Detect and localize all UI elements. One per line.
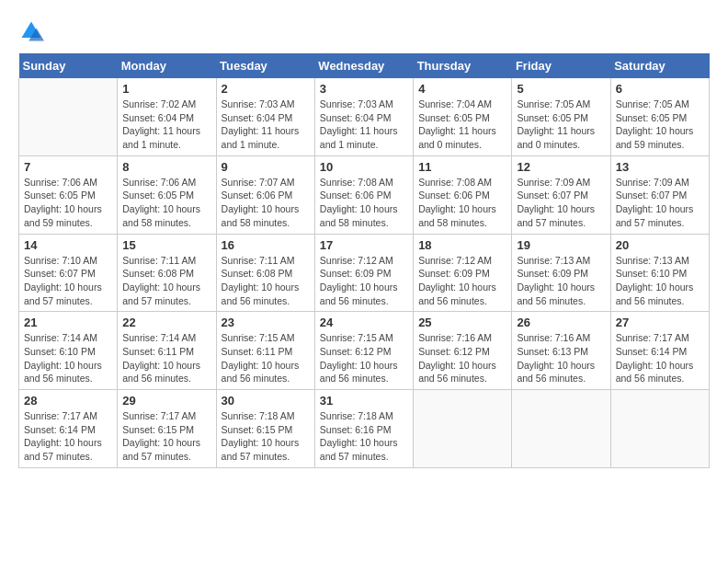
day-info: Sunrise: 7:12 AMSunset: 6:09 PMDaylight:… xyxy=(418,254,506,308)
calendar-cell: 11Sunrise: 7:08 AMSunset: 6:06 PMDayligh… xyxy=(414,155,512,234)
day-number: 26 xyxy=(517,316,605,329)
day-info: Sunrise: 7:16 AMSunset: 6:12 PMDaylight:… xyxy=(418,331,506,385)
calendar-cell: 21Sunrise: 7:14 AMSunset: 6:10 PMDayligh… xyxy=(19,312,118,390)
day-number: 29 xyxy=(122,394,210,408)
calendar-week-4: 21Sunrise: 7:14 AMSunset: 6:10 PMDayligh… xyxy=(19,312,710,390)
col-header-saturday: Saturday xyxy=(610,53,709,78)
calendar-cell: 13Sunrise: 7:09 AMSunset: 6:07 PMDayligh… xyxy=(610,155,709,234)
calendar-cell: 26Sunrise: 7:16 AMSunset: 6:13 PMDayligh… xyxy=(512,312,610,390)
day-info: Sunrise: 7:02 AMSunset: 6:04 PMDaylight:… xyxy=(122,98,210,152)
day-number: 10 xyxy=(320,160,408,174)
calendar-cell: 14Sunrise: 7:10 AMSunset: 6:07 PMDayligh… xyxy=(19,234,118,312)
calendar-cell xyxy=(512,390,610,468)
day-number: 22 xyxy=(122,316,210,329)
day-number: 16 xyxy=(222,238,310,252)
day-info: Sunrise: 7:03 AMSunset: 6:04 PMDaylight:… xyxy=(222,98,310,152)
day-number: 30 xyxy=(222,394,310,408)
calendar-cell: 24Sunrise: 7:15 AMSunset: 6:12 PMDayligh… xyxy=(314,312,413,390)
calendar-cell: 9Sunrise: 7:07 AMSunset: 6:06 PMDaylight… xyxy=(216,155,314,234)
day-number: 6 xyxy=(616,82,704,96)
day-info: Sunrise: 7:13 AMSunset: 6:10 PMDaylight:… xyxy=(616,254,704,308)
day-info: Sunrise: 7:09 AMSunset: 6:07 PMDaylight:… xyxy=(616,176,704,230)
calendar-cell xyxy=(610,390,709,468)
day-info: Sunrise: 7:05 AMSunset: 6:05 PMDaylight:… xyxy=(616,98,704,152)
day-number: 9 xyxy=(222,160,310,174)
day-info: Sunrise: 7:17 AMSunset: 6:14 PMDaylight:… xyxy=(616,331,704,385)
day-info: Sunrise: 7:15 AMSunset: 6:11 PMDaylight:… xyxy=(222,331,310,385)
day-info: Sunrise: 7:17 AMSunset: 6:15 PMDaylight:… xyxy=(122,409,210,464)
day-number: 7 xyxy=(24,160,112,174)
page-header xyxy=(18,18,710,44)
calendar-cell: 29Sunrise: 7:17 AMSunset: 6:15 PMDayligh… xyxy=(118,390,216,468)
calendar-cell: 28Sunrise: 7:17 AMSunset: 6:14 PMDayligh… xyxy=(19,390,118,468)
day-info: Sunrise: 7:05 AMSunset: 6:05 PMDaylight:… xyxy=(517,98,605,152)
calendar-week-3: 14Sunrise: 7:10 AMSunset: 6:07 PMDayligh… xyxy=(19,234,710,312)
day-number: 18 xyxy=(418,238,506,252)
day-number: 3 xyxy=(320,82,408,96)
day-info: Sunrise: 7:03 AMSunset: 6:04 PMDaylight:… xyxy=(320,98,408,152)
day-number: 12 xyxy=(517,160,605,174)
calendar-cell: 15Sunrise: 7:11 AMSunset: 6:08 PMDayligh… xyxy=(118,234,216,312)
day-info: Sunrise: 7:17 AMSunset: 6:14 PMDaylight:… xyxy=(24,409,112,464)
calendar-header-row: SundayMondayTuesdayWednesdayThursdayFrid… xyxy=(19,53,710,78)
day-info: Sunrise: 7:04 AMSunset: 6:05 PMDaylight:… xyxy=(418,98,506,152)
day-info: Sunrise: 7:06 AMSunset: 6:05 PMDaylight:… xyxy=(122,176,210,230)
calendar-cell: 12Sunrise: 7:09 AMSunset: 6:07 PMDayligh… xyxy=(512,155,610,234)
day-info: Sunrise: 7:12 AMSunset: 6:09 PMDaylight:… xyxy=(320,254,408,308)
calendar-cell xyxy=(19,78,118,155)
day-info: Sunrise: 7:11 AMSunset: 6:08 PMDaylight:… xyxy=(122,254,210,308)
col-header-wednesday: Wednesday xyxy=(314,53,413,78)
day-number: 25 xyxy=(418,316,506,329)
day-number: 17 xyxy=(320,238,408,252)
calendar-cell: 6Sunrise: 7:05 AMSunset: 6:05 PMDaylight… xyxy=(610,78,709,155)
col-header-sunday: Sunday xyxy=(19,53,118,78)
calendar-cell: 19Sunrise: 7:13 AMSunset: 6:09 PMDayligh… xyxy=(512,234,610,312)
calendar-cell: 30Sunrise: 7:18 AMSunset: 6:15 PMDayligh… xyxy=(216,390,314,468)
calendar-cell: 31Sunrise: 7:18 AMSunset: 6:16 PMDayligh… xyxy=(314,390,413,468)
day-number: 4 xyxy=(418,82,506,96)
col-header-thursday: Thursday xyxy=(414,53,512,78)
day-number: 15 xyxy=(122,238,210,252)
day-number: 1 xyxy=(122,82,210,96)
logo xyxy=(18,18,46,44)
calendar-cell: 7Sunrise: 7:06 AMSunset: 6:05 PMDaylight… xyxy=(19,155,118,234)
day-number: 13 xyxy=(616,160,704,174)
day-info: Sunrise: 7:14 AMSunset: 6:10 PMDaylight:… xyxy=(24,331,112,385)
day-info: Sunrise: 7:15 AMSunset: 6:12 PMDaylight:… xyxy=(320,331,408,385)
day-info: Sunrise: 7:11 AMSunset: 6:08 PMDaylight:… xyxy=(222,254,310,308)
calendar-cell xyxy=(414,390,512,468)
day-number: 23 xyxy=(222,316,310,329)
calendar-cell: 3Sunrise: 7:03 AMSunset: 6:04 PMDaylight… xyxy=(314,78,413,155)
calendar-week-2: 7Sunrise: 7:06 AMSunset: 6:05 PMDaylight… xyxy=(19,155,710,234)
day-info: Sunrise: 7:08 AMSunset: 6:06 PMDaylight:… xyxy=(320,176,408,230)
day-number: 14 xyxy=(24,238,112,252)
calendar-cell: 1Sunrise: 7:02 AMSunset: 6:04 PMDaylight… xyxy=(118,78,216,155)
day-info: Sunrise: 7:07 AMSunset: 6:06 PMDaylight:… xyxy=(222,176,310,230)
day-info: Sunrise: 7:18 AMSunset: 6:16 PMDaylight:… xyxy=(320,409,408,464)
calendar-cell: 17Sunrise: 7:12 AMSunset: 6:09 PMDayligh… xyxy=(314,234,413,312)
day-info: Sunrise: 7:16 AMSunset: 6:13 PMDaylight:… xyxy=(517,331,605,385)
calendar-cell: 16Sunrise: 7:11 AMSunset: 6:08 PMDayligh… xyxy=(216,234,314,312)
logo-icon xyxy=(18,18,44,44)
day-info: Sunrise: 7:13 AMSunset: 6:09 PMDaylight:… xyxy=(517,254,605,308)
day-number: 21 xyxy=(24,316,112,329)
calendar-cell: 20Sunrise: 7:13 AMSunset: 6:10 PMDayligh… xyxy=(610,234,709,312)
day-number: 20 xyxy=(616,238,704,252)
day-number: 24 xyxy=(320,316,408,329)
calendar-cell: 2Sunrise: 7:03 AMSunset: 6:04 PMDaylight… xyxy=(216,78,314,155)
calendar-cell: 5Sunrise: 7:05 AMSunset: 6:05 PMDaylight… xyxy=(512,78,610,155)
day-info: Sunrise: 7:14 AMSunset: 6:11 PMDaylight:… xyxy=(122,331,210,385)
day-number: 11 xyxy=(418,160,506,174)
calendar-cell: 22Sunrise: 7:14 AMSunset: 6:11 PMDayligh… xyxy=(118,312,216,390)
day-info: Sunrise: 7:10 AMSunset: 6:07 PMDaylight:… xyxy=(24,254,112,308)
day-info: Sunrise: 7:08 AMSunset: 6:06 PMDaylight:… xyxy=(418,176,506,230)
day-info: Sunrise: 7:06 AMSunset: 6:05 PMDaylight:… xyxy=(24,176,112,230)
calendar-cell: 25Sunrise: 7:16 AMSunset: 6:12 PMDayligh… xyxy=(414,312,512,390)
calendar-week-1: 1Sunrise: 7:02 AMSunset: 6:04 PMDaylight… xyxy=(19,78,710,155)
day-number: 27 xyxy=(616,316,704,329)
day-number: 19 xyxy=(517,238,605,252)
calendar-table: SundayMondayTuesdayWednesdayThursdayFrid… xyxy=(18,53,710,468)
day-number: 8 xyxy=(122,160,210,174)
calendar-cell: 18Sunrise: 7:12 AMSunset: 6:09 PMDayligh… xyxy=(414,234,512,312)
calendar-cell: 8Sunrise: 7:06 AMSunset: 6:05 PMDaylight… xyxy=(118,155,216,234)
